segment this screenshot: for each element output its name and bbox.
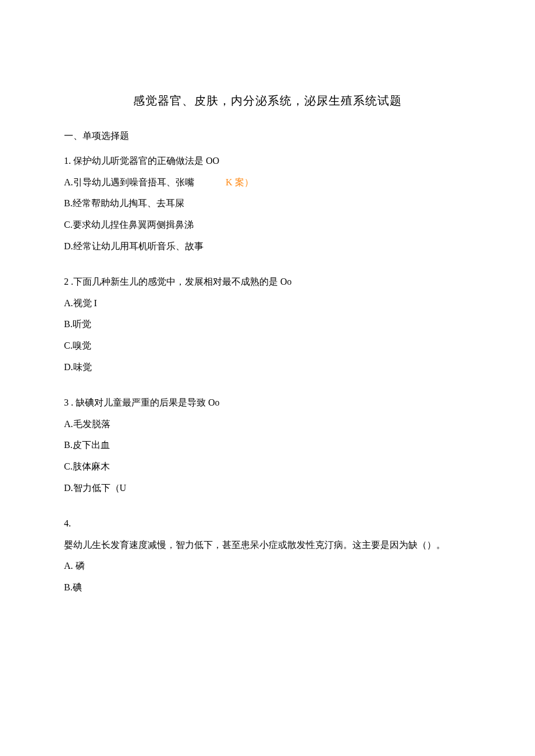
q4-number: 4.: [64, 513, 471, 535]
q1-option-d: D.经常让幼儿用耳机听音乐、故事: [64, 236, 471, 257]
q1-stem: 1. 保护幼儿听觉器官的正确做法是 OO: [64, 151, 471, 172]
spacer: [64, 499, 471, 510]
spacer: [64, 378, 471, 389]
q1-answer-hint: K 案）: [226, 172, 254, 194]
spacer: [64, 257, 471, 268]
document-page: 感觉器官、皮肤，内分泌系统，泌尿生殖系统试题 一、单项选择题 1. 保护幼儿听觉…: [0, 0, 535, 599]
document-title: 感觉器官、皮肤，内分泌系统，泌尿生殖系统试题: [64, 87, 471, 114]
q1-option-a: A.引导幼儿遇到噪音捂耳、张嘴: [64, 172, 223, 194]
q2-option-d: D.味觉: [64, 357, 471, 378]
section-header: 一、单项选择题: [64, 126, 471, 147]
q4-stem: 婴幼儿生长发育速度减慢，智力低下，甚至患呆小症或散发性克汀病。这主要是因为缺（）…: [64, 535, 471, 556]
q3-option-b: B.皮下出血: [64, 435, 471, 456]
q4-option-b: B.碘: [64, 577, 471, 599]
q3-option-a: A.毛发脱落: [64, 414, 471, 435]
q3-stem: 3 . 缺碘对儿童最严重的后果是导致 Oo: [64, 392, 471, 414]
q2-option-a: A.视觉 I: [64, 293, 471, 314]
q4-option-a: A. 磷: [64, 556, 471, 577]
q1-option-a-row: A.引导幼儿遇到噪音捂耳、张嘴 K 案）: [64, 172, 471, 194]
q2-option-b: B.听觉: [64, 314, 471, 335]
q3-option-c: C.肢体麻木: [64, 456, 471, 478]
q2-option-c: C.嗅觉: [64, 335, 471, 357]
q3-option-d: D.智力低下（U: [64, 478, 471, 499]
q1-option-b: B.经常帮助幼儿掏耳、去耳屎: [64, 193, 471, 214]
q1-option-c: C.要求幼儿捏住鼻翼两侧揖鼻涕: [64, 214, 471, 236]
q2-stem: 2 .下面几种新生儿的感觉中，发展相对最不成熟的是 Oo: [64, 271, 471, 293]
